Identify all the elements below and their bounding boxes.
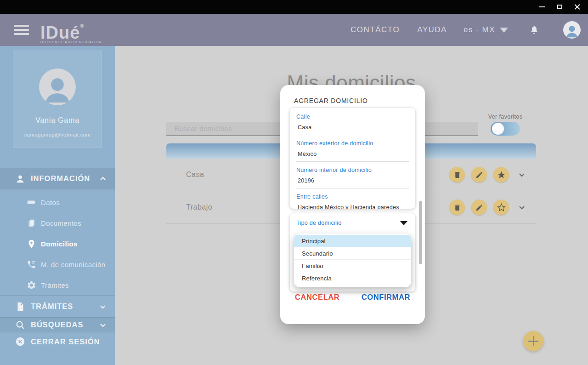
chevron-down-icon: [500, 28, 508, 33]
modal-title: AGREGAR DOMICILIO: [294, 97, 368, 104]
phone-icon: [27, 260, 36, 269]
confirm-button[interactable]: CONFIRMAR: [362, 293, 410, 302]
sidebar-section-informacion[interactable]: INFORMACIÓN: [0, 168, 115, 189]
pencil-icon[interactable]: [471, 167, 487, 182]
document-icon: [15, 302, 25, 312]
sidebar: Vania Gama vaniagamag@hotmail.com INFORM…: [0, 46, 115, 365]
sidebar-section-tramites[interactable]: TRÁMITES: [0, 295, 115, 317]
chevron-down-icon[interactable]: [518, 171, 526, 178]
dropdown-arrow-icon[interactable]: [400, 221, 407, 225]
add-address-modal: AGREGAR DOMICILIO Calle Casa Número exte…: [280, 85, 425, 324]
sidebar-item-datos[interactable]: Datos: [0, 192, 115, 213]
sidebar-item-label: Documentos: [41, 219, 81, 227]
chevron-up-icon: [99, 175, 107, 182]
row-actions: [449, 167, 526, 182]
close-circle-icon: [15, 336, 25, 347]
profile-avatar: [39, 68, 76, 105]
header-nav: CONTÁCTO AYUDA es - MX: [351, 14, 588, 46]
close-icon[interactable]: [573, 3, 581, 11]
field-label: Número exterior de domicilio: [296, 140, 409, 147]
form-field: Calle Casa: [296, 114, 409, 135]
location-pin-icon: [27, 239, 36, 249]
trash-icon[interactable]: [449, 167, 465, 182]
favorites-toggle-label: Ver favoritos: [478, 114, 533, 120]
dropdown-option-principal[interactable]: Principal: [294, 235, 411, 247]
nav-help-link[interactable]: AYUDA: [417, 25, 447, 34]
chevron-down-icon: [99, 321, 107, 329]
pencil-icon[interactable]: [471, 200, 487, 215]
address-name: Casa: [186, 171, 204, 179]
section-label: TRÁMITES: [31, 302, 73, 311]
section-label: CERRAR SESIÓN: [31, 337, 100, 346]
modal-actions: CANCELAR CONFIRMAR: [280, 293, 425, 302]
field-underline: [296, 188, 409, 188]
minimize-icon[interactable]: [538, 3, 546, 11]
address-name: Trabajo: [186, 203, 212, 211]
cancel-button[interactable]: CANCELAR: [295, 293, 339, 302]
dropdown-option-referencia[interactable]: Referencia: [294, 272, 411, 285]
modal-scrollbar[interactable]: [419, 201, 422, 264]
favorites-toggle[interactable]: [491, 122, 520, 136]
app-header: IDué® DILIGENCE AUTHENTICATION CONTÁCTO …: [0, 14, 588, 46]
sidebar-item-label: Domicilios: [41, 240, 78, 248]
field-label: Entre calles: [296, 194, 409, 200]
language-selector[interactable]: es - MX: [464, 25, 508, 34]
form-field: Número exterior de domicilio México: [296, 140, 409, 162]
sidebar-logout[interactable]: CERRAR SESIÓN: [0, 332, 115, 351]
maximize-icon[interactable]: [556, 3, 563, 11]
sidebar-item-documentos[interactable]: Documentos: [0, 213, 115, 234]
field-label: Tipo de domicilio: [296, 220, 409, 226]
profile-name: Vania Gama: [13, 116, 102, 125]
row-actions: [449, 200, 526, 215]
sidebar-item-label: Datos: [41, 199, 60, 206]
trash-icon[interactable]: [449, 200, 465, 215]
sidebar-item-domicilios[interactable]: Domicilios: [0, 234, 115, 254]
card-icon: [27, 198, 36, 207]
logo-title: IDué: [40, 23, 80, 42]
profile-email: vaniagamag@hotmail.com: [13, 132, 102, 137]
section-label: BÚSQUEDAS: [31, 320, 83, 329]
profile-card: Vania Gama vaniagamag@hotmail.com: [13, 51, 102, 148]
nav-contact-link[interactable]: CONTÁCTO: [351, 25, 400, 34]
form-field: Entre calles Hacienda México y Hacienda …: [296, 194, 409, 209]
sidebar-item-medios-comunicacion[interactable]: M. de comunicación: [0, 254, 115, 275]
hamburger-icon[interactable]: [14, 25, 29, 35]
star-icon[interactable]: [493, 167, 509, 182]
bell-icon[interactable]: [529, 25, 539, 35]
type-dropdown: Principal Secundario Familiar Referencia: [294, 234, 411, 287]
numero-exterior-field[interactable]: México: [296, 151, 409, 157]
section-label: INFORMACIÓN: [31, 174, 90, 183]
logo-subtitle: DILIGENCE AUTHENTICATION: [40, 40, 102, 44]
gear-icon: [27, 280, 36, 290]
field-label: Calle: [296, 114, 409, 120]
numero-interior-field[interactable]: 20196: [296, 177, 409, 184]
address-form-card: Calle Casa Número exterior de domicilio …: [289, 107, 416, 209]
sidebar-item-label: Trámites: [41, 281, 69, 289]
registered-mark: ®: [80, 23, 84, 29]
dropdown-option-familiar[interactable]: Familiar: [294, 260, 411, 272]
app-window: IDué® DILIGENCE AUTHENTICATION CONTÁCTO …: [0, 0, 588, 365]
toggle-knob: [492, 123, 504, 135]
add-address-button[interactable]: [523, 331, 543, 351]
search-icon: [15, 320, 25, 330]
calle-field[interactable]: Casa: [296, 124, 409, 131]
avatar[interactable]: [563, 21, 581, 39]
dropdown-option-secundario[interactable]: Secundario: [294, 247, 411, 260]
sidebar-information-items: Datos Documentos Domicilios M. de comuni…: [0, 192, 115, 296]
sidebar-item-tramites[interactable]: Trámites: [0, 275, 115, 296]
entre-calles-field[interactable]: Hacienda México y Hacienda paredes: [296, 204, 409, 209]
form-field: Número interior de domicilio 20196: [296, 167, 409, 188]
language-value: es - MX: [464, 25, 495, 34]
sidebar-section-busquedas[interactable]: BÚSQUEDAS: [0, 317, 115, 332]
field-label: Número interior de domicilio: [296, 167, 409, 173]
chevron-down-icon: [99, 303, 107, 310]
window-titlebar: [0, 0, 588, 14]
field-underline: [296, 135, 409, 135]
field-underline: [296, 161, 409, 162]
app-logo: IDué® DILIGENCE AUTHENTICATION: [40, 17, 102, 44]
chevron-down-icon[interactable]: [518, 204, 526, 211]
sidebar-item-label: M. de comunicación: [41, 261, 106, 268]
star-outline-icon[interactable]: [493, 200, 509, 215]
person-icon: [15, 174, 25, 184]
plus-icon: [528, 336, 538, 346]
